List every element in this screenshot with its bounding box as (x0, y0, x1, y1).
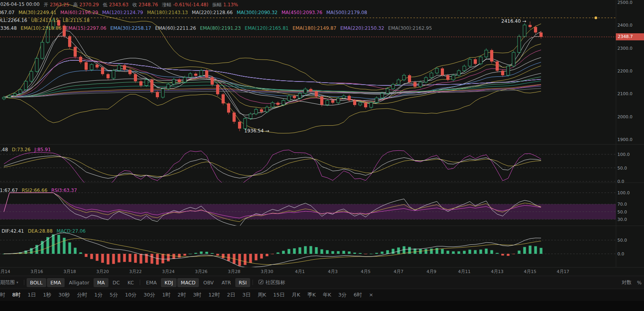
timeframe-月K[interactable]: 月K (288, 289, 304, 301)
axis-label: 30.0 (617, 217, 627, 222)
axis-label: 100.0 (617, 190, 630, 195)
date-label: 4月9 (427, 269, 437, 275)
community-indicators-icon (258, 279, 264, 286)
date-label: 3月14 (0, 269, 10, 275)
date-label: 4月11 (458, 269, 471, 275)
date-label: 3月22 (129, 269, 142, 275)
date-label: 4月7 (394, 269, 404, 275)
date-label: 3月30 (261, 269, 273, 275)
timeframe-2日[interactable]: 2日 (224, 289, 239, 301)
timeframe-1时[interactable]: 1时 (159, 289, 174, 301)
axis-label: 0.0 (617, 179, 624, 184)
timeframe-3日[interactable]: 3日 (239, 289, 254, 301)
date-label: 3月28 (228, 269, 240, 275)
timeframe-10分[interactable]: 10分 (121, 289, 140, 301)
rsi-panel[interactable] (0, 183, 616, 226)
axis-label: 50.0 (617, 166, 627, 171)
kdj-panel[interactable] (0, 144, 616, 183)
date-axis[interactable]: 3月143月163月183月203月223月243月263月283月304月14… (0, 267, 644, 276)
date-label: 3月18 (63, 269, 76, 275)
timeframe-5分[interactable]: 5分 (106, 289, 121, 301)
date-label: 4月15 (524, 269, 536, 275)
axis-label: 1900.0 (617, 137, 633, 142)
macd-panel[interactable] (0, 226, 616, 267)
bottom-strip (0, 301, 644, 311)
period-range-button[interactable]: 周期范围 ▾ (0, 278, 22, 287)
log-scale-button[interactable]: 对数 (622, 279, 631, 286)
date-label: 4月1 (295, 269, 305, 275)
timeframe-1分[interactable]: 1分 (91, 289, 106, 301)
timeframe-30秒[interactable]: 30秒 (55, 289, 74, 301)
axis-label: 2100.0 (617, 91, 633, 96)
axis-label: 50.0 (617, 210, 627, 215)
timeframe-12时[interactable]: 12时 (205, 289, 224, 301)
period-range-label: 周期范围 (0, 279, 15, 286)
timeframe-2时[interactable]: 2时 (174, 289, 189, 301)
timeframe-3时[interactable]: 3时 (189, 289, 205, 301)
timeframe-4时[interactable]: 4时 (0, 289, 9, 301)
subindicator-obv-button[interactable]: OBV (200, 278, 217, 287)
timeframe-季K[interactable]: 季K (304, 289, 319, 301)
timeframe-1日[interactable]: 1日 (24, 289, 40, 301)
axis-label: 100.0 (617, 152, 630, 157)
date-label: 4月5 (361, 269, 371, 275)
timeframe-8时[interactable]: 8时 (9, 289, 24, 301)
timeframe-30分[interactable]: 30分 (140, 289, 159, 301)
date-label: 3月24 (162, 269, 175, 275)
axis-label: 2400.0 (617, 23, 633, 28)
community-indicators-button[interactable]: 社区指标 (255, 278, 288, 287)
toolbar-divider (24, 280, 24, 285)
axis-label: 2000.0 (617, 114, 633, 119)
timeframe-分时[interactable]: 分时 (74, 289, 91, 301)
indicator-toolbar: 周期范围 ▾ BOLLEMAAlligatorMADCKC EMAKDJMACD… (0, 276, 644, 289)
indicator-kc-button[interactable]: KC (124, 278, 137, 287)
community-indicators-label: 社区指标 (265, 279, 285, 286)
subindicator-macd-button[interactable]: MACD (177, 278, 199, 287)
date-label: 3月20 (96, 269, 109, 275)
chevron-down-icon: ▾ (16, 280, 18, 284)
indicator-dc-button[interactable]: DC (109, 278, 123, 287)
timeframe-年K[interactable]: 年K (319, 289, 335, 301)
timeframe-周K[interactable]: 周K (254, 289, 270, 301)
percent-scale-button[interactable]: % (637, 280, 642, 286)
axis-label: 0.0 (617, 251, 624, 257)
indicator-alligator-button[interactable]: Alligator (65, 278, 93, 287)
subindicator-kdj-button[interactable]: KDJ (161, 278, 177, 287)
timeframe-6时[interactable]: 6时 (350, 289, 365, 301)
subindicator-ema-button[interactable]: EMA (143, 278, 160, 287)
axis-label: 70.0 (617, 202, 627, 207)
high-price-annotation: 2416.40 → (501, 18, 527, 24)
indicator-boll-button[interactable]: BOLL (27, 278, 46, 287)
low-price-annotation: 1936.54 → (244, 128, 269, 134)
timeframe-1秒[interactable]: 1秒 (40, 289, 55, 301)
axis-label: 2500.0 (617, 0, 633, 5)
last-price-badge: 2348.7 (616, 33, 644, 40)
axis-label: 50.0 (617, 238, 627, 243)
subindicator-rsi-button[interactable]: RSI (235, 278, 250, 287)
timeframe-15日[interactable]: 15日 (270, 289, 289, 301)
timeframe-3分[interactable]: 3分 (335, 289, 350, 301)
date-label: 4月17 (557, 269, 569, 275)
date-label: 4月13 (491, 269, 503, 275)
close-icon[interactable]: × (366, 289, 377, 301)
axis-label: 2200.0 (617, 69, 633, 74)
indicator-ema-button[interactable]: EMA (47, 278, 65, 287)
date-label: 3月16 (31, 269, 43, 275)
timeframe-toolbar: 4时8时1日1秒30秒分时1分5分10分30分1时2时3时12时2日3日周K15… (0, 289, 644, 301)
date-label: 3月26 (195, 269, 207, 275)
axis-label: 2300.0 (617, 46, 633, 51)
trading-chart-app: 2026-04-15 00:00 开2363.25高2370.29低2343.6… (0, 0, 644, 311)
indicator-ma-button[interactable]: MA (94, 278, 108, 287)
toolbar-divider (253, 280, 253, 285)
toolbar-divider (140, 280, 140, 285)
subindicator-atr-button[interactable]: ATR (218, 278, 235, 287)
date-label: 4月3 (328, 269, 338, 275)
